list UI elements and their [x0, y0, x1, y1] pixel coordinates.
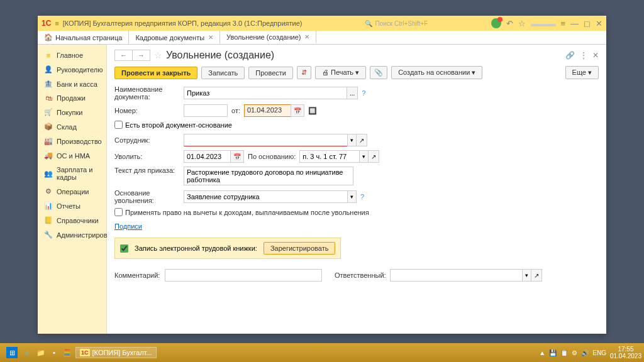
nav-sales[interactable]: 🛍Продажи	[38, 91, 106, 105]
tabs-bar: 🏠 Начальная страница Кадровые документы …	[38, 31, 606, 45]
employee-dropdown[interactable]: ▾	[347, 134, 357, 146]
ie-icon[interactable]: e	[21, 348, 33, 358]
terminal-icon[interactable]: ▪	[49, 348, 59, 358]
responsible-open[interactable]: ↗	[531, 269, 542, 282]
dismiss-reason-dropdown[interactable]: ▾	[347, 190, 357, 203]
nav-warehouse[interactable]: 📦Склад	[38, 119, 106, 134]
dismiss-reason-input[interactable]	[184, 190, 347, 203]
order-text-label: Текст для приказа:	[114, 167, 184, 174]
tab-home[interactable]: 🏠 Начальная страница	[38, 31, 129, 44]
star-icon[interactable]: ☆	[518, 19, 526, 28]
nav-references[interactable]: 📒Справочники	[38, 213, 106, 228]
post-and-close-button[interactable]: Провести и закрыть	[114, 67, 197, 79]
more-button[interactable]: Еще ▾	[565, 66, 599, 79]
doc-name-input[interactable]	[184, 87, 347, 99]
clock[interactable]: 17:55 01.04.2023	[610, 346, 641, 359]
calendar-icon[interactable]: 📅	[291, 104, 304, 117]
nav-production[interactable]: 🏭Производство	[38, 134, 106, 148]
register-button[interactable]: Зарегистрировать	[264, 242, 336, 255]
number-input[interactable]	[184, 104, 228, 117]
nav-operations[interactable]: ⚙Операции	[38, 184, 106, 199]
forward-button[interactable]: →	[133, 50, 150, 60]
back-button[interactable]: ←	[115, 50, 133, 60]
reason-dropdown[interactable]: ▾	[359, 150, 369, 163]
responsible-input[interactable]	[390, 269, 522, 282]
post-button[interactable]: Провести	[248, 67, 293, 79]
help-icon[interactable]: ?	[362, 89, 365, 97]
taskbar: ⊞ e 📁 ▪ 🧮 1C [КОПИЯ] Бухгалт... ▲ 💾 📋 ⚙ …	[0, 343, 644, 362]
comment-label: Комментарий:	[114, 272, 165, 279]
order-text-input[interactable]	[184, 167, 353, 185]
date-from-input[interactable]: 01.04.2023	[244, 104, 291, 117]
help-icon[interactable]: ?	[360, 193, 364, 200]
employee-open[interactable]: ↗	[356, 134, 367, 146]
window-title: [КОПИЯ] Бухгалтерия предприятия КОРП, ре…	[63, 19, 303, 27]
titlebar: 1C ≡ [КОПИЯ] Бухгалтерия предприятия КОР…	[38, 16, 606, 31]
etk-label: Запись электронной трудовой книжки:	[135, 244, 257, 252]
back-icon[interactable]: ↶	[506, 19, 513, 28]
employee-input[interactable]	[184, 134, 347, 146]
maximize-icon[interactable]: ◻	[584, 19, 591, 28]
start-button[interactable]: ⊞	[3, 346, 21, 359]
cancel-post-button[interactable]: ⇵	[297, 66, 311, 79]
menu-icon[interactable]: ▬▬▬	[531, 19, 555, 28]
nav-payroll[interactable]: 👥Зарплата и кадры	[38, 163, 106, 184]
nav-main[interactable]: ≡Главное	[38, 48, 106, 62]
responsible-dropdown[interactable]: ▾	[522, 269, 531, 282]
close-icon[interactable]: ✕	[596, 19, 602, 28]
second-doc-checkbox[interactable]	[114, 121, 123, 129]
favorite-icon[interactable]: ☆	[154, 50, 162, 60]
notification-icon[interactable]	[491, 18, 501, 28]
nav-admin[interactable]: 🔧Администрирование	[38, 228, 106, 242]
nav-assets[interactable]: 🚚ОС и НМА	[38, 148, 106, 163]
home-icon: 🏠	[44, 33, 53, 41]
minimize-icon[interactable]: —	[570, 19, 579, 28]
close-icon[interactable]: ✕	[304, 33, 309, 40]
reason-article-input[interactable]	[299, 150, 359, 163]
number-label: Номер:	[114, 107, 184, 114]
tray-icon[interactable]: ▲	[539, 349, 545, 356]
nav-arrows: ← →	[114, 50, 150, 61]
close-icon[interactable]: ✕	[208, 34, 213, 41]
deduction-checkbox[interactable]	[114, 208, 123, 216]
link-icon[interactable]: 🔗	[565, 51, 575, 60]
reason-open[interactable]: ↗	[368, 150, 379, 163]
calendar-icon[interactable]: 📅	[230, 150, 244, 163]
signatures-link[interactable]: Подписи	[114, 222, 142, 230]
tray-icon[interactable]: ⚙	[572, 349, 577, 356]
attach-button[interactable]: 📎	[370, 66, 387, 79]
tab-hr-docs[interactable]: Кадровые документы ✕	[129, 31, 220, 44]
tray-icon[interactable]: 📋	[560, 349, 568, 356]
search-input[interactable]: Поиск Ctrl+Shift+F	[365, 20, 491, 27]
create-based-button[interactable]: Создать на основании ▾	[391, 66, 482, 79]
close-content-icon[interactable]: ✕	[592, 51, 599, 60]
tab-label: Увольнение (создание)	[226, 33, 301, 41]
responsible-label: Ответственный:	[335, 272, 386, 279]
dismiss-label: Уволить:	[114, 153, 184, 160]
app-taskbar-button[interactable]: 1C [КОПИЯ] Бухгалт...	[75, 347, 157, 358]
tab-dismissal[interactable]: Увольнение (создание) ✕	[220, 31, 316, 44]
toolbar: Провести и закрыть Записать Провести ⇵ 🖨…	[114, 66, 599, 79]
explorer-icon[interactable]: 📁	[33, 348, 49, 358]
comment-input[interactable]	[165, 269, 322, 282]
write-button[interactable]: Записать	[201, 67, 245, 79]
dismiss-date-input[interactable]	[184, 150, 231, 163]
page-title: Увольнение (создание)	[166, 50, 274, 61]
nav-purchase[interactable]: 🛒Покупки	[38, 105, 106, 119]
list-icon[interactable]: ≡	[560, 19, 565, 28]
doc-name-picker[interactable]: ...	[347, 87, 358, 99]
burger-icon[interactable]: ≡	[55, 19, 58, 27]
etk-checkbox[interactable]	[120, 244, 128, 253]
nav-bank[interactable]: 🏦Банк и касса	[38, 77, 106, 91]
options-icon[interactable]: ⋮	[580, 51, 587, 60]
nav-reports[interactable]: 📊Отчеты	[38, 199, 106, 213]
from-label: от:	[231, 107, 240, 114]
content-area: ← → ☆ Увольнение (создание) 🔗 ⋮ ✕ Провес…	[107, 45, 606, 334]
etk-panel: Запись электронной трудовой книжки: Заре…	[114, 238, 341, 259]
tray-icon[interactable]: 🔊	[581, 349, 589, 356]
tray-icon[interactable]: 💾	[549, 349, 557, 356]
print-button[interactable]: 🖨 Печать ▾	[315, 66, 366, 79]
calc-icon[interactable]: 🧮	[59, 348, 75, 358]
nav-manager[interactable]: 👤Руководителю	[38, 62, 106, 77]
lang-indicator[interactable]: ENG	[592, 349, 606, 356]
